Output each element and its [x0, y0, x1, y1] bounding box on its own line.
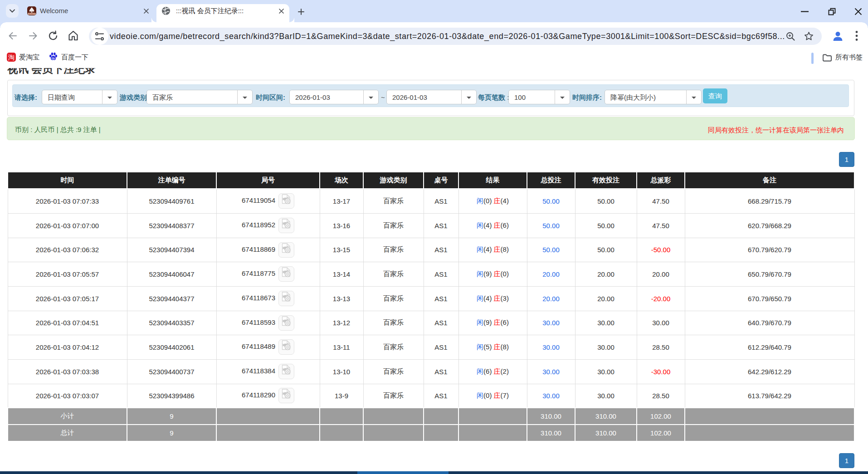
- svg-text:du: du: [51, 56, 55, 60]
